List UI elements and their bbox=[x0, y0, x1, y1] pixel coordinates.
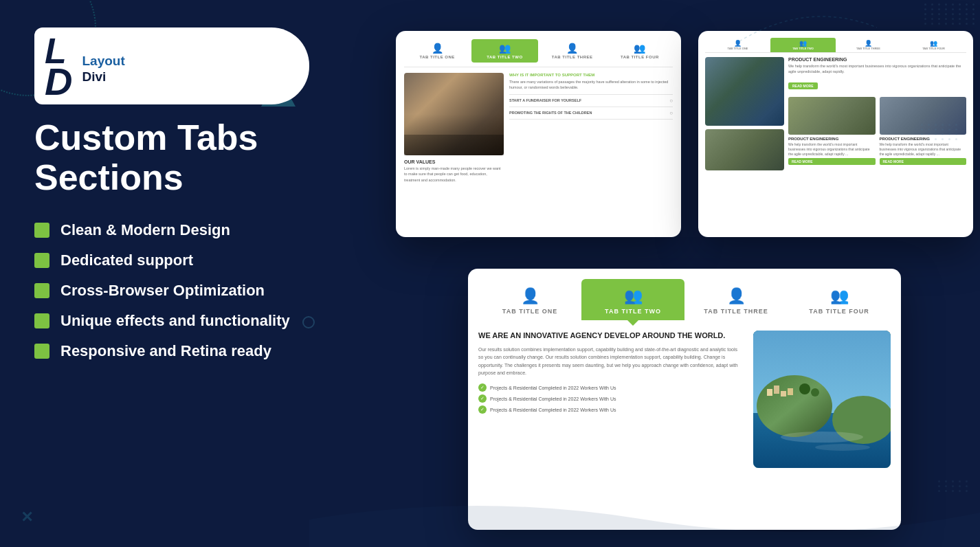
tab-label-tl-2: TAB TITLE TWO bbox=[487, 55, 522, 59]
tab-label-tl-4: TAB TITLE FOUR bbox=[621, 55, 659, 59]
bullet-5 bbox=[34, 344, 49, 359]
tl-content: OUR VALUES Lorem is simply man-made many… bbox=[404, 73, 673, 207]
svg-rect-5 bbox=[774, 386, 779, 394]
tab-bottom-1[interactable]: 👤 TAB TITLE ONE bbox=[478, 279, 581, 320]
tab-tl-3[interactable]: 👤 TAB TITLE THREE bbox=[539, 39, 605, 63]
tab-tl-2[interactable]: 👥 TAB TITLE TWO bbox=[471, 39, 537, 63]
tr-grid-img-1 bbox=[788, 97, 876, 135]
tab-tr-2[interactable]: 👥 TAB TITLE TWO bbox=[770, 38, 836, 52]
tab-bar-bottom: 👤 TAB TITLE ONE 👥 TAB TITLE TWO 👤 TAB TI… bbox=[478, 279, 891, 320]
tr-secondary-image bbox=[705, 129, 784, 170]
svg-rect-6 bbox=[781, 391, 786, 397]
tl-body: There are many variations of passages th… bbox=[509, 79, 673, 91]
check-icon-1: ✓ bbox=[478, 383, 487, 392]
bottom-body: Our results solution combines implementa… bbox=[478, 346, 739, 377]
svg-rect-4 bbox=[767, 389, 772, 396]
tl-divider-3 bbox=[509, 119, 673, 120]
tl-text-area: WHY IS IT IMPORTANT TO SUPPORT THEM Ther… bbox=[509, 73, 673, 207]
check-item-2: ✓ Projects & Residential Completed in 20… bbox=[478, 394, 739, 403]
bottom-main-content: WE ARE AN INNOVATIVE AGENCY DEVELOP AROU… bbox=[478, 331, 891, 502]
tab-bottom-icon-1: 👤 bbox=[521, 287, 539, 305]
tr-main-image bbox=[705, 57, 784, 126]
tab-icon-2: 👥 bbox=[499, 43, 511, 54]
main-title: Custom Tabs Sections bbox=[34, 118, 309, 197]
dots-pattern-right bbox=[921, 124, 959, 140]
left-panel: L D Layout Divi Custom Tabs Sections Cle… bbox=[0, 0, 344, 547]
check-text-2: Projects & Residential Completed in 2022… bbox=[490, 397, 616, 401]
logo-layout-text: Layout bbox=[82, 54, 124, 69]
tab-bottom-3[interactable]: 👤 TAB TITLE THREE bbox=[684, 279, 788, 320]
tab-tl-1[interactable]: 👤 TAB TITLE ONE bbox=[404, 39, 470, 63]
bottom-left-text: WE ARE AN INNOVATIVE AGENCY DEVELOP AROU… bbox=[478, 331, 739, 502]
tab-tl-4[interactable]: 👥 TAB TITLE FOUR bbox=[607, 39, 673, 63]
logo-letter-d: D bbox=[45, 65, 72, 99]
tab-icon-3: 👤 bbox=[566, 43, 578, 54]
tab-bottom-icon-2: 👥 bbox=[624, 287, 643, 305]
tl-accordion-2[interactable]: PROMOTING THE RIGHTS OF THE CHILDREN ○ bbox=[509, 110, 673, 116]
features-list: Clean & Modern Design Dedicated support … bbox=[34, 221, 309, 360]
bullet-3 bbox=[34, 283, 49, 298]
tab-bottom-4[interactable]: 👥 TAB TITLE FOUR bbox=[788, 279, 891, 320]
tab-tr-icon-2: 👥 bbox=[799, 40, 807, 47]
feature-text-3: Cross-Browser Optimization bbox=[60, 282, 265, 300]
svg-point-9 bbox=[811, 388, 819, 397]
feature-text-1: Clean & Modern Design bbox=[60, 221, 230, 239]
tr-main-block: PRODUCT ENGINEERING We help transform th… bbox=[788, 57, 966, 90]
tab-tr-1[interactable]: 👤 TAB TITLE ONE bbox=[705, 38, 770, 52]
tab-tr-icon-1: 👤 bbox=[734, 40, 742, 47]
tr-read-more[interactable]: READ MORE bbox=[788, 82, 818, 89]
tab-label-tl-3: TAB TITLE THREE bbox=[552, 55, 593, 59]
svg-point-11 bbox=[815, 444, 870, 451]
tr-grid-item-1: PRODUCT ENGINEERING We help transform th… bbox=[788, 97, 876, 165]
tl-section-title: OUR VALUES Lorem is simply man-made many… bbox=[404, 159, 504, 183]
tab-tr-3[interactable]: 👤 TAB TITLE THREE bbox=[836, 38, 901, 52]
check-icon-2: ✓ bbox=[478, 394, 487, 403]
tl-divider-2 bbox=[509, 107, 673, 107]
check-item-1: ✓ Projects & Residential Completed in 20… bbox=[478, 383, 739, 392]
feature-item-3: Cross-Browser Optimization bbox=[34, 282, 309, 300]
tab-tr-4[interactable]: 👥 TAB TITLE FOUR bbox=[901, 38, 966, 52]
tab-tr-icon-3: 👤 bbox=[865, 40, 872, 47]
tab-bottom-2[interactable]: 👥 TAB TITLE TWO bbox=[581, 279, 684, 320]
feature-item-2: Dedicated support bbox=[34, 252, 309, 269]
feature-item-4: Unique effects and functionality bbox=[34, 312, 309, 330]
tab-tr-icon-4: 👥 bbox=[930, 40, 937, 47]
tab-icon-1: 👤 bbox=[432, 43, 443, 54]
logo: L D Layout Divi bbox=[34, 27, 309, 104]
right-area: 👤 TAB TITLE ONE 👥 TAB TITLE TWO 👤 TAB TI… bbox=[341, 0, 980, 547]
tl-divider-1 bbox=[509, 94, 673, 95]
bottom-heading: WE ARE AN INNOVATIVE AGENCY DEVELOP AROU… bbox=[478, 331, 739, 340]
feature-text-5: Responsive and Retina ready bbox=[60, 342, 271, 360]
bottom-landscape-image bbox=[753, 331, 891, 468]
bullet-4 bbox=[34, 313, 49, 328]
logo-divi-text: Divi bbox=[82, 69, 124, 85]
dots-pattern-bottom-right bbox=[938, 480, 970, 492]
bottom-right-image bbox=[753, 331, 891, 502]
tab-icon-4: 👥 bbox=[634, 43, 645, 54]
feature-item-5: Responsive and Retina ready bbox=[34, 342, 309, 360]
feature-text-4: Unique effects and functionality bbox=[60, 312, 290, 330]
tl-heading: WHY IS IT IMPORTANT TO SUPPORT THEM bbox=[509, 73, 673, 77]
svg-point-8 bbox=[799, 383, 810, 394]
tab-bar-tr: 👤 TAB TITLE ONE 👥 TAB TITLE TWO 👤 TAB TI… bbox=[705, 38, 966, 53]
svg-rect-7 bbox=[788, 388, 793, 395]
mockup-bottom: 👤 TAB TITLE ONE 👥 TAB TITLE TWO 👤 TAB TI… bbox=[468, 269, 901, 530]
tl-accordion-1[interactable]: START A FUNDRAISER FOR YOURSELF ○ bbox=[509, 98, 673, 104]
tab-label-tl-1: TAB TITLE ONE bbox=[419, 55, 454, 59]
check-text-3: Projects & Residential Completed in 2022… bbox=[490, 408, 616, 412]
tl-image-area: OUR VALUES Lorem is simply man-made many… bbox=[404, 73, 504, 207]
check-text-1: Projects & Residential Completed in 2022… bbox=[490, 386, 616, 390]
svg-point-10 bbox=[781, 432, 863, 443]
tab-bottom-icon-4: 👥 bbox=[830, 287, 849, 305]
mockup-top-left: 👤 TAB TITLE ONE 👥 TAB TITLE TWO 👤 TAB TI… bbox=[396, 31, 681, 237]
feature-text-2: Dedicated support bbox=[60, 252, 193, 269]
check-icon-3: ✓ bbox=[478, 405, 487, 414]
tr-left-col bbox=[705, 57, 784, 219]
tab-bottom-icon-3: 👤 bbox=[727, 287, 746, 305]
tl-notebook-image bbox=[404, 73, 504, 155]
check-item-3: ✓ Projects & Residential Completed in 20… bbox=[478, 405, 739, 414]
bullet-2 bbox=[34, 253, 49, 268]
feature-item-1: Clean & Modern Design bbox=[34, 221, 309, 239]
bullet-1 bbox=[34, 223, 49, 238]
svg-point-2 bbox=[757, 375, 832, 437]
